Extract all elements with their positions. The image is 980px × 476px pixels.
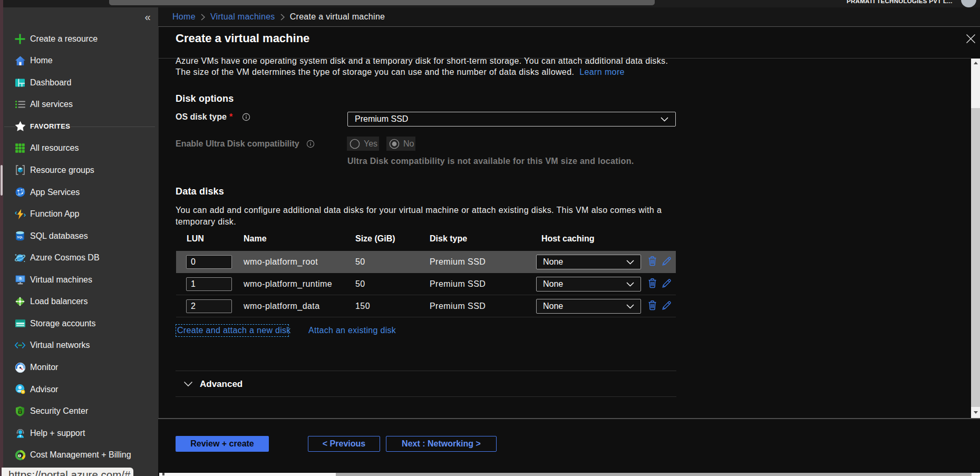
sidebar-item-create-a-resource[interactable]: Create a resource xyxy=(3,28,158,50)
sidebar-item-all-resources[interactable]: All resources xyxy=(3,137,158,159)
scrollbar-down-button[interactable] xyxy=(971,407,980,418)
sidebar-item-label: Azure Cosmos DB xyxy=(30,253,100,263)
horizontal-scrollbar-thumb[interactable] xyxy=(336,473,972,476)
lun-input[interactable] xyxy=(186,277,232,291)
disk-table-header: LUN Name Size (GiB) Disk type Host cachi… xyxy=(176,234,834,245)
sidebar-item-label: Dashboard xyxy=(30,78,71,88)
sidebar-item-storage-accounts[interactable]: Storage accounts xyxy=(3,313,158,335)
sidebar-item-monitor[interactable]: Monitor xyxy=(3,356,158,378)
radio-yes[interactable]: Yes xyxy=(347,137,379,151)
sidebar-item-dashboard[interactable]: Dashboard xyxy=(3,72,158,94)
sidebar-item-load-balancers[interactable]: Load balancers xyxy=(3,290,158,313)
sidebar-item-app-services[interactable]: App Services xyxy=(3,181,158,203)
vm-icon xyxy=(14,274,26,286)
disk-table-body: wmo-platform_root50Premium SSDNonewmo-pl… xyxy=(176,251,676,317)
host-caching-select[interactable]: None xyxy=(536,277,641,292)
sidebar-item-all-services[interactable]: All services xyxy=(3,93,158,115)
link-preview-url: https://portal.azure.com/# xyxy=(8,469,130,476)
loadbalancer-icon xyxy=(14,296,26,307)
sidebar-item-function-app[interactable]: Function App xyxy=(3,203,158,225)
learn-more-link[interactable]: Learn more xyxy=(579,67,625,76)
ultra-disk-note: Ultra Disk compatibility is not availabl… xyxy=(347,156,634,167)
breadcrumb-virtual-machines[interactable]: Virtual machines xyxy=(210,12,275,22)
vertical-scrollbar-thumb[interactable] xyxy=(971,67,980,108)
shield-icon xyxy=(14,405,26,417)
chevron-down-icon xyxy=(661,117,668,122)
scrollbar-up-button[interactable] xyxy=(971,59,980,67)
scrollbar-corner xyxy=(972,473,980,476)
disk-size-cell: 50 xyxy=(355,251,365,273)
edit-disk-button[interactable] xyxy=(661,300,673,312)
chevron-down-icon xyxy=(626,282,634,287)
divider xyxy=(176,371,676,371)
breadcrumb-create-a-virtual-machine: Create a virtual machine xyxy=(290,12,385,22)
review-create-button[interactable]: Review + create xyxy=(176,436,269,452)
favorites-divider xyxy=(71,127,155,127)
pencil-icon xyxy=(662,300,672,313)
column-header-disk-type: Disk type xyxy=(430,234,467,244)
disk-options-heading: Disk options xyxy=(176,93,234,104)
window-edge-scrollbar-thumb[interactable] xyxy=(1,165,3,196)
home-icon xyxy=(14,55,26,66)
sidebar-item-sql-databases[interactable]: SQLSQL databases xyxy=(3,225,158,247)
disk-type-cell: Premium SSD xyxy=(430,251,486,273)
sidebar-item-label: Home xyxy=(30,56,53,65)
search-input[interactable] xyxy=(109,0,655,5)
lun-input[interactable] xyxy=(186,255,232,269)
attach-existing-disk-link[interactable]: Attach an existing disk xyxy=(308,324,396,337)
column-header-name: Name xyxy=(244,234,267,244)
radio-selected-icon xyxy=(389,139,400,149)
sidebar-item-home[interactable]: Home xyxy=(3,50,158,72)
sidebar-item-cost-management-billing[interactable]: $Cost Management + Billing xyxy=(3,444,158,466)
previous-button[interactable]: < Previous xyxy=(308,436,380,452)
sidebar-collapse-button[interactable]: « xyxy=(141,11,154,24)
blade-top-border xyxy=(158,26,980,27)
sidebar-item-resource-groups[interactable]: Resource groups xyxy=(3,159,158,181)
host-caching-value: None xyxy=(543,257,626,267)
delete-disk-button[interactable] xyxy=(646,300,658,312)
delete-disk-button[interactable] xyxy=(646,278,658,290)
sidebar-item-favorites: FAVORITES xyxy=(3,115,158,138)
host-caching-select[interactable]: None xyxy=(536,255,641,269)
close-button[interactable] xyxy=(964,32,977,45)
edit-disk-button[interactable] xyxy=(661,256,673,268)
info-icon[interactable] xyxy=(306,140,315,148)
host-caching-select[interactable]: None xyxy=(536,299,641,314)
sidebar-item-label: Advisor xyxy=(30,385,58,394)
sidebar-item-azure-cosmos-db[interactable]: Azure Cosmos DB xyxy=(3,247,158,269)
tenant-name: PRAMATI TECHNOLOGIES PVT L... xyxy=(847,0,953,4)
pencil-icon xyxy=(662,278,672,290)
radio-no[interactable]: No xyxy=(386,137,415,151)
blade-left-border xyxy=(158,27,159,418)
avatar[interactable] xyxy=(961,0,976,7)
sidebar-item-virtual-networks[interactable]: Virtual networks xyxy=(3,334,158,356)
lun-input[interactable] xyxy=(186,299,232,313)
page-title: Create a virtual machine xyxy=(176,31,309,46)
network-icon xyxy=(14,339,26,351)
next-networking-button[interactable]: Next : Networking > xyxy=(386,436,497,452)
data-disks-heading: Data disks xyxy=(176,186,224,197)
info-icon[interactable] xyxy=(242,113,250,121)
sidebar-item-virtual-machines[interactable]: Virtual machines xyxy=(3,269,158,291)
delete-disk-button[interactable] xyxy=(646,256,658,268)
edit-disk-button[interactable] xyxy=(661,278,673,290)
host-caching-value: None xyxy=(543,302,626,311)
advanced-chevron-icon[interactable] xyxy=(183,381,193,387)
advanced-section-label[interactable]: Advanced xyxy=(200,379,242,390)
top-bar: PRAMATI TECHNOLOGIES PVT L... xyxy=(3,0,980,7)
down-arrow-icon xyxy=(974,411,978,414)
sidebar-item-security-center[interactable]: Security Center xyxy=(3,400,158,422)
sidebar-item-label: Cost Management + Billing xyxy=(30,450,131,460)
os-disk-type-select[interactable]: Premium SSD xyxy=(347,112,676,127)
column-header-size: Size (GiB) xyxy=(355,234,395,244)
create-and-attach-disk-link[interactable]: Create and attach a new disk xyxy=(176,324,289,337)
disk-row-wmo-platform_data[interactable]: wmo-platform_data150Premium SSDNone xyxy=(176,295,676,317)
breadcrumb-home[interactable]: Home xyxy=(172,12,196,22)
globe-icon xyxy=(14,187,26,198)
disk-row-wmo-platform_root[interactable]: wmo-platform_root50Premium SSDNone xyxy=(176,251,676,273)
sidebar-item-advisor[interactable]: Advisor xyxy=(3,378,158,401)
disk-row-wmo-platform_runtime[interactable]: wmo-platform_runtime50Premium SSDNone xyxy=(176,273,676,295)
sidebar-item-help-support[interactable]: Help + support xyxy=(3,422,158,444)
vertical-scrollbar[interactable] xyxy=(971,59,980,418)
horizontal-scrollbar-tick xyxy=(162,473,164,475)
